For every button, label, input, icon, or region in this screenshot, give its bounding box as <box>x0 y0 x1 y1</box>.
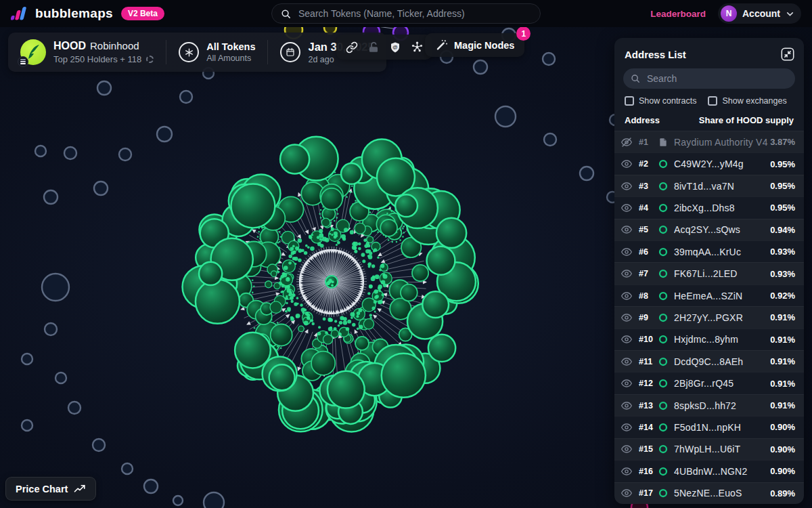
background-bubble <box>22 354 32 364</box>
holder-bubble-small[interactable] <box>363 319 374 329</box>
holder-bubble-outer[interactable] <box>436 218 466 248</box>
holder-bubble-outer[interactable] <box>422 291 449 318</box>
table-row[interactable]: #1 Raydium Authority V4 3.87% <box>614 131 804 152</box>
toggle-visibility-button[interactable] <box>621 334 639 345</box>
table-row[interactable]: #6 39mqAA...KrUc 0.93% <box>614 240 804 262</box>
holder-bubble-outer[interactable] <box>196 280 240 324</box>
rank-label: #3 <box>639 182 658 191</box>
token-filter[interactable]: All Tokens All Amounts <box>166 33 267 72</box>
background-bubble <box>122 463 133 474</box>
table-row[interactable]: #15 7hWpLH...U6iT 0.90% <box>614 438 804 460</box>
holder-bubble-cluster[interactable] <box>183 137 478 432</box>
eye-icon <box>621 400 632 411</box>
table-row[interactable]: #7 FK67Li...2LED 0.93% <box>614 262 804 284</box>
eye-icon <box>621 466 632 477</box>
holder-bubble-small[interactable] <box>265 281 272 288</box>
cluster-view-button[interactable] <box>407 37 427 58</box>
shield-scan-button[interactable]: @ <box>385 37 405 58</box>
table-row[interactable]: #11 DcdQ9C...8AEh 0.91% <box>614 350 804 372</box>
share-link-button[interactable] <box>342 37 362 58</box>
show-contracts-checkbox[interactable]: Show contracts <box>625 96 696 106</box>
holder-bubble-small[interactable] <box>270 301 282 314</box>
table-row[interactable]: #4 2ibcXg...Dhs8 0.95% <box>614 196 804 218</box>
holder-bubble-outer[interactable] <box>235 333 271 368</box>
toggle-visibility-button[interactable] <box>621 466 639 477</box>
holder-bubble-outer[interactable] <box>199 262 222 285</box>
checkbox-icon <box>625 96 634 106</box>
toggle-visibility-button[interactable] <box>621 181 639 192</box>
table-row[interactable]: #13 8spksD...hh72 0.91% <box>614 394 804 416</box>
table-row[interactable]: #3 8ivT1d...va7N 0.95% <box>614 175 804 196</box>
holder-bubble-outer[interactable] <box>395 194 418 217</box>
holder-bubble-outer[interactable] <box>280 144 309 173</box>
holder-bubble-mid[interactable] <box>321 188 342 210</box>
table-row[interactable]: #17 5NezNE...EuoS 0.89% <box>614 482 804 504</box>
holder-bubble-small[interactable] <box>323 335 332 344</box>
address-label: HeEmeA...SZiN <box>674 291 770 301</box>
holder-bubble-mid[interactable] <box>380 219 397 236</box>
token-search-bar[interactable] <box>271 3 541 24</box>
show-exchanges-checkbox[interactable]: Show exchanges <box>708 96 786 106</box>
toggle-visibility-button[interactable] <box>621 400 639 411</box>
toggle-visibility-button[interactable] <box>621 488 639 499</box>
lock-button[interactable] <box>363 37 384 58</box>
toggle-visibility-button[interactable] <box>621 203 639 213</box>
toggle-visibility-button[interactable] <box>621 137 639 148</box>
magic-nodes-button[interactable]: Magic Nodes 1 <box>425 33 524 57</box>
holder-bubble-mid[interactable] <box>311 352 335 375</box>
account-menu[interactable]: N Account <box>718 3 801 24</box>
table-row[interactable]: #8 HeEmeA...SZiN 0.92% <box>614 284 804 306</box>
holder-bubble-outer[interactable] <box>382 354 426 398</box>
holder-bubble-outer[interactable] <box>269 364 295 390</box>
holder-bubble-small[interactable] <box>271 271 277 277</box>
toggle-visibility-button[interactable] <box>621 291 639 301</box>
share-value: 0.91% <box>770 312 795 322</box>
token-search-input[interactable] <box>297 7 531 20</box>
token-card[interactable]: HOOD Robinhood Top 250 Holders + 118 All… <box>8 33 386 72</box>
table-row[interactable]: #12 2Bj8Gr...rQ45 0.91% <box>614 372 804 394</box>
rank-label: #11 <box>639 357 658 366</box>
toggle-visibility-button[interactable] <box>621 158 639 169</box>
table-row[interactable]: #2 C49W2Y...yM4g 0.95% <box>614 152 804 174</box>
holder-bubble-outer[interactable] <box>328 371 365 408</box>
rank-label: #8 <box>639 291 658 301</box>
toggle-visibility-button[interactable] <box>621 312 639 323</box>
brand-logo[interactable]: bubblemaps V2 Beta <box>11 5 164 22</box>
table-row[interactable]: #5 Acq2SY...sQws 0.94% <box>614 219 804 240</box>
toggle-visibility-button[interactable] <box>621 378 639 389</box>
table-row[interactable]: #16 4UBdnW...NGN2 0.90% <box>614 460 804 482</box>
holder-bubble-outer[interactable] <box>341 163 362 184</box>
address-search-bar[interactable] <box>623 68 795 89</box>
toggle-visibility-button[interactable] <box>621 268 639 279</box>
holders-subtitle: Top 250 Holders + 118 <box>53 54 141 64</box>
holder-bubble-mid[interactable] <box>401 284 418 301</box>
token-summary[interactable]: HOOD Robinhood Top 250 Holders + 118 <box>8 33 166 72</box>
price-chart-button[interactable]: Price Chart <box>5 477 96 501</box>
collapse-panel-button[interactable] <box>780 47 795 62</box>
holder-bubble-small[interactable] <box>321 218 330 227</box>
holder-bubble-small[interactable] <box>355 223 365 234</box>
table-row[interactable]: #14 F5od1N...npKH 0.90% <box>614 416 804 438</box>
holder-bubble-outer[interactable] <box>428 335 455 362</box>
holder-bubble-small[interactable] <box>298 326 304 331</box>
holder-bubble-outer[interactable] <box>427 247 455 275</box>
holder-bubble-outer[interactable] <box>231 184 275 228</box>
holder-bubble-mid[interactable] <box>412 265 428 281</box>
toggle-visibility-button[interactable] <box>621 224 639 235</box>
address-search-input[interactable] <box>646 72 788 85</box>
table-row[interactable]: #10 Hxjdmc...8yhm 0.91% <box>614 329 804 350</box>
eye-icon <box>621 356 632 367</box>
holder-bubble-mid[interactable] <box>355 337 369 350</box>
holder-bubble-mid[interactable] <box>271 324 292 345</box>
toggle-visibility-button[interactable] <box>621 247 639 257</box>
toggle-visibility-button[interactable] <box>621 356 639 367</box>
address-label: 2H27yY...PGXR <box>674 312 770 323</box>
bubblemaps-logo-icon <box>11 5 28 22</box>
table-row[interactable]: #9 2H27yY...PGXR 0.91% <box>614 306 804 328</box>
col-header-address: Address <box>625 115 660 125</box>
background-bubble <box>144 480 158 493</box>
wallet-bubble-icon <box>658 182 668 191</box>
toggle-visibility-button[interactable] <box>621 422 639 433</box>
toggle-visibility-button[interactable] <box>621 444 639 454</box>
leaderboard-link[interactable]: Leaderboard <box>650 9 706 19</box>
